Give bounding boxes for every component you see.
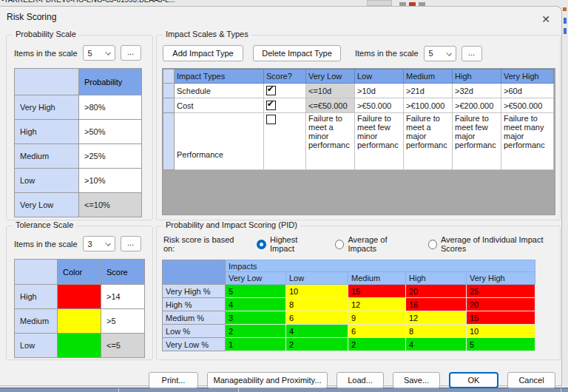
pid-cell[interactable]: 8 <box>406 325 467 338</box>
row-selector[interactable] <box>163 98 175 113</box>
impact-more-button[interactable]: ... <box>462 46 482 61</box>
prob-row-label[interactable]: Medium <box>15 144 79 169</box>
save-button[interactable]: Save... <box>393 372 440 388</box>
prob-row-label[interactable]: Low <box>15 169 79 193</box>
pid-cell[interactable]: 15 <box>467 311 535 325</box>
cost-score-checkbox[interactable] <box>266 101 276 110</box>
pid-cell[interactable]: 6 <box>286 311 348 325</box>
pid-cell[interactable]: 2 <box>226 325 286 338</box>
impact-value: <=€50.000 <box>306 98 355 113</box>
impact-value[interactable]: Failure to meet few minor performanc <box>355 113 404 170</box>
impact-col-header[interactable]: Very High <box>501 70 554 84</box>
impact-value[interactable]: Failure to meet a major performanc <box>404 113 453 170</box>
tol-color-swatch[interactable] <box>58 285 101 309</box>
impact-value[interactable]: >32d <box>453 84 501 98</box>
prob-items-select[interactable]: 5 <box>83 45 115 61</box>
prob-row-value[interactable]: >80% <box>79 95 142 120</box>
add-impact-type-button[interactable]: Add Impact Type <box>163 45 243 61</box>
delete-impact-type-button[interactable]: Delete Impact Type <box>253 45 341 61</box>
pid-cell[interactable]: 10 <box>467 325 535 338</box>
score-checkbox-cell[interactable] <box>264 98 306 113</box>
impact-value[interactable]: Failure to meet few major performanc <box>453 113 501 170</box>
impact-col-header[interactable]: Score? <box>264 70 306 84</box>
schedule-score-checkbox[interactable] <box>266 86 276 95</box>
impact-value[interactable]: Failure to meet many major performanc <box>501 113 554 170</box>
prob-row-label[interactable]: Very Low <box>15 193 79 217</box>
radio-highest-impact[interactable]: Highest Impact <box>257 235 319 253</box>
tol-score-value[interactable]: >14 <box>101 285 145 309</box>
radio-icon[interactable] <box>428 240 437 249</box>
prob-row-label[interactable]: High <box>15 120 79 144</box>
tol-color-swatch[interactable] <box>58 334 101 358</box>
pid-cell[interactable]: 25 <box>467 285 535 298</box>
impact-value[interactable]: >€500.000 <box>501 98 554 113</box>
pid-cell[interactable]: 4 <box>226 298 286 311</box>
pid-cell[interactable]: 4 <box>286 325 348 338</box>
pid-cell[interactable]: 5 <box>467 338 535 351</box>
impact-value[interactable]: >€100.000 <box>404 98 453 113</box>
impact-value[interactable]: >€200.000 <box>453 98 501 113</box>
pid-cell[interactable]: 5 <box>226 285 286 298</box>
print-button[interactable]: Print... <box>149 372 198 388</box>
background-mark <box>564 28 567 34</box>
impact-col-header[interactable]: Impact Types <box>175 70 264 84</box>
pid-cell[interactable]: 9 <box>348 311 406 325</box>
impact-corner-cell <box>163 70 175 84</box>
radio-icon[interactable] <box>335 240 344 249</box>
tol-items-select[interactable]: 3 <box>83 236 115 251</box>
pid-cell[interactable]: 4 <box>406 338 467 351</box>
score-checkbox-cell[interactable] <box>264 84 306 98</box>
score-checkbox-cell[interactable] <box>264 113 306 170</box>
prob-row-value[interactable]: >50% <box>79 120 142 144</box>
close-icon[interactable]: ✕ <box>536 11 555 27</box>
row-selector[interactable] <box>163 113 175 170</box>
pid-cell[interactable]: 3 <box>226 311 286 325</box>
manageability-proximity-button[interactable]: Manageability and Proximity... <box>207 372 328 388</box>
pid-cell[interactable]: 20 <box>406 285 467 298</box>
impact-value[interactable]: >60d <box>501 84 554 98</box>
radio-icon[interactable] <box>257 240 266 249</box>
impact-col-header[interactable]: High <box>453 70 501 84</box>
impact-col-header[interactable]: Very Low <box>306 70 355 84</box>
impact-items-select[interactable]: 5 <box>424 46 456 61</box>
radio-average-individual[interactable]: Average of Individual Impact Scores <box>428 235 560 253</box>
cancel-button[interactable]: Cancel <box>507 372 555 388</box>
performance-score-checkbox[interactable] <box>266 115 276 124</box>
pid-cell[interactable]: 20 <box>467 298 535 311</box>
pid-cell[interactable]: 12 <box>406 311 467 325</box>
prob-row-value[interactable]: >10% <box>79 169 142 193</box>
impact-col-header[interactable]: Medium <box>404 70 453 84</box>
pid-cell[interactable]: 16 <box>406 298 467 311</box>
tol-color-swatch[interactable] <box>58 309 101 334</box>
pid-cell[interactable]: 2 <box>286 338 348 351</box>
pid-col-header: Low <box>286 272 348 285</box>
tol-score-value[interactable]: >5 <box>101 309 145 334</box>
load-button[interactable]: Load... <box>337 372 384 388</box>
pid-cell[interactable]: 8 <box>286 298 348 311</box>
prob-more-button[interactable]: ... <box>121 45 141 61</box>
pid-cell[interactable]: 10 <box>286 285 348 298</box>
pid-corner-cell <box>163 260 226 285</box>
pid-cell[interactable]: 12 <box>348 298 406 311</box>
impact-value[interactable]: >10d <box>355 84 404 98</box>
radio-average-of-impacts[interactable]: Average of Impacts <box>335 235 411 253</box>
impact-name[interactable]: Performance <box>175 113 264 170</box>
prob-row-value[interactable]: >25% <box>79 144 142 169</box>
tol-row-label[interactable]: Low <box>15 334 58 358</box>
impact-col-header[interactable]: Low <box>355 70 404 84</box>
pid-cell[interactable]: 1 <box>226 338 286 351</box>
prob-row-label[interactable]: Very High <box>15 95 79 120</box>
pid-cell[interactable]: 15 <box>348 285 406 298</box>
ok-button[interactable]: OK <box>449 372 498 388</box>
impact-value[interactable]: >21d <box>404 84 453 98</box>
tol-more-button[interactable]: ... <box>121 236 141 251</box>
row-selector[interactable] <box>163 84 175 98</box>
tol-row-label[interactable]: Medium <box>15 309 58 334</box>
impact-value[interactable]: Failure to meet a minor performanc <box>306 113 355 170</box>
tol-row-label[interactable]: High <box>15 285 58 309</box>
impact-value[interactable]: >€50.000 <box>355 98 404 113</box>
pid-cell[interactable]: 2 <box>348 338 406 351</box>
pid-cell[interactable]: 6 <box>348 325 406 338</box>
impact-name[interactable]: Schedule <box>175 84 264 98</box>
impact-name[interactable]: Cost <box>175 98 264 113</box>
